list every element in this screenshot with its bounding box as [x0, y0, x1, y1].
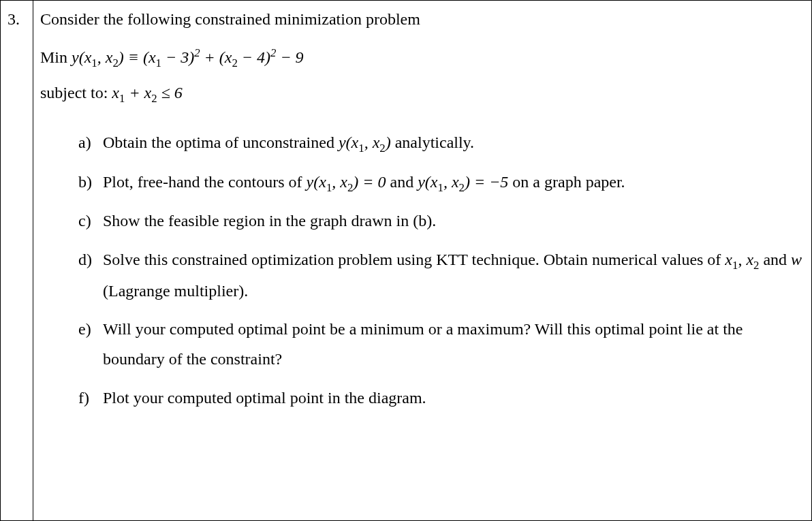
part-d-text-before: Solve this constrained optimization prob… [103, 251, 725, 268]
part-a: a) Obtain the optima of unconstrained y(… [78, 127, 805, 159]
objective-expr: y(x1, x2) ≡ (x1 − 3)2 + (x2 − 4)2 − 9 [72, 48, 304, 66]
part-d-math2: x2 [746, 251, 759, 268]
problem-number: 3. [7, 10, 20, 28]
part-a-marker: a) [78, 127, 91, 157]
part-b-text-before: Plot, free-hand the contours of [103, 173, 307, 191]
part-c: c) Show the feasible region in the graph… [78, 206, 805, 236]
part-b-text-after: on a graph paper. [508, 173, 625, 191]
part-a-text-after: analytically. [391, 133, 474, 151]
part-f-text: Plot your computed optimal point in the … [103, 389, 426, 407]
part-d-sep1: , [738, 251, 746, 268]
part-b-marker: b) [78, 167, 92, 197]
problem-number-cell: 3. [1, 1, 33, 521]
objective-equation: Min y(x1, x2) ≡ (x1 − 3)2 + (x2 − 4)2 − … [40, 44, 805, 73]
intro-text: Consider the following constrained minim… [40, 6, 805, 32]
part-b-mid: and [386, 173, 418, 191]
constraint-expr: x1 + x2 ≤ 6 [112, 84, 182, 101]
part-d-marker: d) [78, 244, 92, 274]
part-c-text: Show the feasible region in the graph dr… [103, 212, 436, 230]
part-d-math3: w [791, 251, 802, 268]
part-e: e) Will your computed optimal point be a… [78, 314, 805, 375]
constraint-line: subject to: x1 + x2 ≤ 6 [40, 80, 805, 108]
min-prefix: Min [40, 48, 72, 66]
part-e-marker: e) [78, 314, 91, 344]
part-e-text: Will your computed optimal point be a mi… [103, 320, 743, 368]
part-b-math1: y(x1, x2) = 0 [307, 173, 386, 191]
part-f-marker: f) [78, 383, 89, 413]
part-a-text-before: Obtain the optima of unconstrained [103, 133, 339, 151]
part-d-math1: x1 [725, 251, 738, 268]
subparts-list: a) Obtain the optima of unconstrained y(… [40, 127, 805, 413]
problem-table: 3. Consider the following constrained mi… [0, 0, 812, 521]
part-a-math: y(x1, x2) [339, 133, 391, 151]
subject-to-prefix: subject to: [40, 84, 112, 101]
part-b-math2: y(x1, x2) = −5 [418, 173, 508, 191]
part-c-marker: c) [78, 206, 91, 236]
part-d: d) Solve this constrained optimization p… [78, 244, 805, 306]
part-f: f) Plot your computed optimal point in t… [78, 383, 805, 413]
part-d-text-after: (Lagrange multiplier). [103, 282, 248, 300]
part-b: b) Plot, free-hand the contours of y(x1,… [78, 167, 805, 198]
part-d-sep2: and [759, 251, 791, 268]
problem-content-cell: Consider the following constrained minim… [33, 1, 812, 521]
